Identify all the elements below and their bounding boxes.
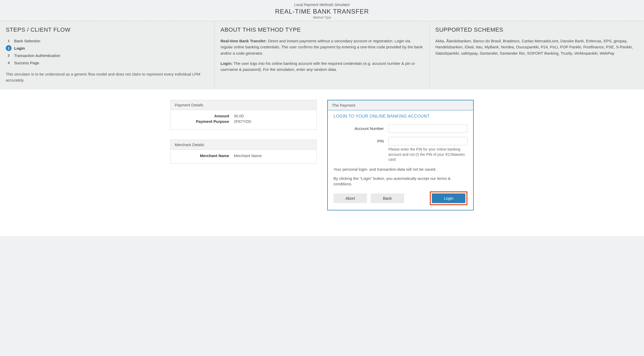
account-number-label: Account Number — [334, 124, 388, 131]
info-row: STEPS / CLIENT FLOW 1 Bank Selection 2 L… — [0, 21, 644, 89]
privacy-note: Your personal login- and transaction-dat… — [334, 166, 467, 172]
terms-note: By clicking the "Login" button, you auto… — [334, 176, 467, 187]
payment-form-card: The Payment LOGIN TO YOUR ONLINE BANKING… — [327, 100, 474, 210]
abort-button[interactable]: Abort — [334, 193, 367, 203]
login-section-title: LOGIN TO YOUR ONLINE BANKING ACCOUNT — [334, 114, 467, 119]
step-success[interactable]: 4 Success Page — [6, 60, 209, 66]
account-number-row: Account Number — [334, 124, 467, 133]
step-bank-selection[interactable]: 1 Bank Selection — [6, 38, 209, 44]
payment-details-card: Payment Details Amount 30.00 Payment Pur… — [170, 100, 317, 130]
about-paragraph-1: Real-time Bank Transfer: Direct and inst… — [221, 38, 423, 56]
about-p2-text: The user logs into his online banking ac… — [221, 61, 415, 72]
step-number: 4 — [6, 60, 12, 66]
pin-row: PIN Please enter the PIN for your online… — [334, 137, 467, 162]
page-title: REAL-TIME BANK TRANSFER — [0, 8, 644, 15]
header-subtitle: Method Type — [0, 16, 644, 19]
step-label: Success Page — [14, 61, 39, 65]
login-button[interactable]: Login — [432, 193, 465, 203]
amount-value: 30.00 — [234, 114, 244, 118]
step-label: Transaction Authentication — [14, 53, 60, 58]
right-column: The Payment LOGIN TO YOUR ONLINE BANKING… — [327, 100, 474, 220]
amount-row: Amount 30.00 — [176, 114, 311, 118]
purpose-label: Payment Purpose — [176, 119, 234, 124]
pin-hint: Please enter the PIN for your online ban… — [388, 147, 467, 162]
step-label: Bank Selection — [14, 39, 40, 43]
step-number: 1 — [6, 38, 12, 44]
left-column: Payment Details Amount 30.00 Payment Pur… — [170, 100, 317, 220]
about-heading: ABOUT THIS METHOD TYPE — [221, 26, 423, 33]
merchant-name-value: Merchant Name — [234, 153, 262, 158]
account-number-input[interactable] — [388, 124, 467, 133]
pin-input[interactable] — [388, 137, 467, 145]
step-transaction-auth[interactable]: 3 Transaction Authentication — [6, 53, 209, 58]
schemes-column: SUPPORTED SCHEMES Aktia, Ålandsbanken, B… — [430, 21, 644, 89]
steps-heading: STEPS / CLIENT FLOW — [6, 26, 209, 33]
pin-label: PIN — [334, 137, 388, 143]
step-label: Login — [14, 46, 25, 50]
merchant-details-heading: Merchant Details — [171, 140, 317, 150]
back-button[interactable]: Back — [371, 193, 404, 203]
login-highlight: Login — [430, 191, 467, 205]
purpose-value: 2F87YOD — [234, 119, 251, 124]
about-paragraph-2: Login: The user logs into his online ban… — [221, 60, 423, 73]
about-column: ABOUT THIS METHOD TYPE Real-time Bank Tr… — [215, 21, 430, 89]
about-p1-label: Real-time Bank Transfer: — [221, 39, 267, 43]
step-number: 2 — [6, 45, 12, 51]
steps-list: 1 Bank Selection 2 Login 3 Transaction A… — [6, 38, 209, 66]
steps-disclaimer: This simulator is to be understood as a … — [6, 71, 209, 83]
header-supertitle: Local Payment Methods Simulator — [0, 3, 644, 7]
schemes-heading: SUPPORTED SCHEMES — [435, 26, 638, 33]
page-header: Local Payment Methods Simulator REAL-TIM… — [0, 0, 644, 21]
step-number: 3 — [6, 53, 12, 58]
purpose-row: Payment Purpose 2F87YOD — [176, 119, 311, 124]
amount-label: Amount — [176, 114, 234, 118]
merchant-details-card: Merchant Details Merchant Name Merchant … — [170, 140, 317, 164]
button-row: Abort Back Login — [334, 191, 467, 205]
payment-form-heading: The Payment — [328, 100, 473, 110]
main-area: Payment Details Amount 30.00 Payment Pur… — [0, 89, 644, 236]
payment-details-heading: Payment Details — [171, 100, 317, 110]
merchant-name-row: Merchant Name Merchant Name — [176, 153, 311, 158]
about-p2-label: Login: — [221, 61, 233, 66]
steps-column: STEPS / CLIENT FLOW 1 Bank Selection 2 L… — [0, 21, 215, 89]
schemes-text: Aktia, Ålandsbanken, Banco do Brasil, Br… — [435, 38, 638, 56]
merchant-name-label: Merchant Name — [176, 153, 234, 158]
step-login[interactable]: 2 Login — [6, 45, 209, 51]
